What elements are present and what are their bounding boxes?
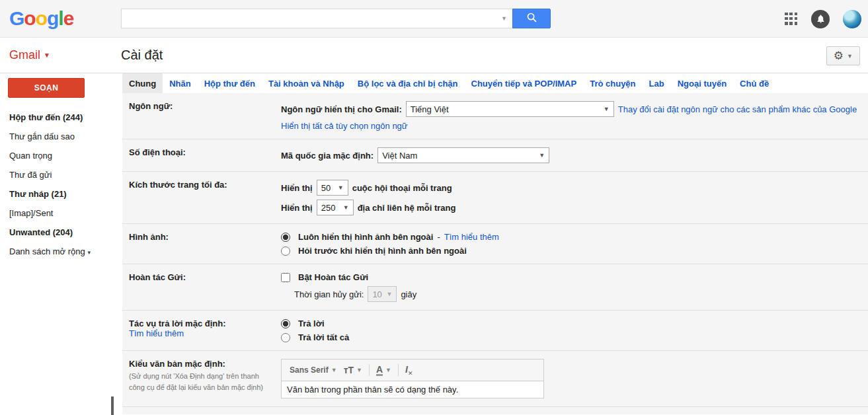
- sidebar-item-more-labels[interactable]: Danh sách mở rộng ▾: [0, 242, 122, 261]
- change-language-products-link[interactable]: Thay đổi cài đặt ngôn ngữ cho các sản ph…: [618, 104, 857, 114]
- search-input[interactable]: [122, 10, 501, 27]
- setting-label: Ngôn ngữ:: [129, 101, 281, 131]
- setting-row-phone: Số điện thoại: Mã quốc gia mặc định: Việ…: [122, 139, 868, 172]
- text-color-icon: A: [376, 365, 383, 376]
- select-value: Tiếng Việt: [411, 104, 449, 114]
- scrollbar-thumb[interactable]: [111, 396, 114, 415]
- images-ask-radio[interactable]: [281, 246, 290, 256]
- default-country-code-label: Mã quốc gia mặc định:: [281, 151, 374, 161]
- logo-letter: l: [58, 7, 63, 29]
- tab-labels[interactable]: Nhãn: [163, 73, 198, 93]
- setting-label: Hoàn tác Gửi:: [129, 272, 281, 302]
- reply-label: Trả lời: [298, 319, 325, 328]
- apps-grid-icon[interactable]: [785, 13, 798, 26]
- chevron-down-icon: ▼: [331, 367, 337, 373]
- chevron-down-icon: ▾: [87, 249, 91, 256]
- reply-radio[interactable]: [281, 319, 290, 328]
- sidebar-item-sent[interactable]: Thư đã gửi: [0, 165, 122, 184]
- setting-row-text-style: Kiểu văn bản mặc định: (Sử dụng nút 'Xóa…: [122, 351, 868, 407]
- sidebar-item-starred[interactable]: Thư gắn dấu sao: [0, 127, 122, 146]
- notifications-bell-icon[interactable]: [811, 10, 830, 28]
- setting-row-images: Hình ảnh: Luôn hiển thị hình ảnh bên ngo…: [122, 224, 868, 264]
- font-family-dropdown[interactable]: Sans Serif ▼: [290, 365, 337, 375]
- contacts-per-page-select[interactable]: 250 ▼: [317, 200, 354, 215]
- display-language-select[interactable]: Tiếng Việt ▼: [406, 101, 614, 117]
- logo-letter: g: [47, 7, 58, 29]
- text-style-toolbar: Sans Serif ▼ тT ▼ A ▼: [281, 359, 544, 381]
- chevron-down-icon: ▼: [338, 184, 344, 191]
- reply-all-label: Trả lời tất cả: [298, 332, 349, 342]
- gear-icon: ⚙: [834, 50, 844, 61]
- reply-learn-more-link[interactable]: Tìm hiểu thêm: [129, 328, 184, 338]
- settings-tabs: Chung Nhãn Hộp thư đến Tài khoản và Nhập…: [122, 73, 868, 93]
- tab-general[interactable]: Chung: [122, 73, 163, 93]
- cancellation-period-select: 10 ▼: [368, 286, 397, 302]
- conversations-per-page-select[interactable]: 50 ▼: [317, 180, 348, 196]
- logo-letter: o: [36, 7, 47, 29]
- compose-button[interactable]: SOẠN: [8, 78, 85, 98]
- setting-note: (Sử dụng nút 'Xóa Định dạng' trên thanh …: [129, 371, 273, 393]
- tab-chat[interactable]: Trò chuyện: [583, 73, 642, 93]
- logo-letter: o: [24, 7, 35, 29]
- setting-label: Hình ảnh:: [129, 232, 281, 256]
- sidebar-item-drafts[interactable]: Thư nháp (21): [0, 184, 122, 204]
- chevron-down-icon: ▼: [356, 367, 362, 373]
- search-button[interactable]: [512, 9, 551, 28]
- undo-send-checkbox[interactable]: [281, 273, 290, 282]
- tab-offline[interactable]: Ngoại tuyến: [671, 73, 733, 93]
- display-language-label: Ngôn ngữ hiển thị cho Gmail:: [281, 104, 402, 114]
- logo-letter: e: [63, 7, 74, 29]
- tab-themes[interactable]: Chủ đề: [733, 73, 775, 93]
- toolbar-separator: [398, 364, 399, 376]
- settings-gear-button[interactable]: ⚙ ▼: [826, 46, 860, 65]
- text-style-preview: Văn bản trong phần thân sẽ có dạng thế n…: [281, 381, 544, 398]
- search-icon: [526, 12, 537, 25]
- sidebar-item-unwanted[interactable]: Unwanted (204): [0, 223, 122, 242]
- search-box: ▼: [121, 9, 512, 28]
- top-bar: Google ▼: [0, 0, 868, 38]
- logo-letter: G: [9, 7, 24, 29]
- font-family-value: Sans Serif: [290, 365, 329, 375]
- google-logo[interactable]: Google: [0, 7, 121, 30]
- seconds-label: giây: [401, 289, 416, 299]
- images-learn-more-link[interactable]: Tìm hiểu thêm: [444, 232, 499, 242]
- cancellation-period-label: Thời gian hủy gửi:: [294, 289, 364, 299]
- reply-all-radio[interactable]: [281, 333, 290, 342]
- chevron-down-icon: ▼: [604, 106, 610, 112]
- setting-label: Số điện thoại:: [129, 147, 281, 163]
- gmail-app-menu[interactable]: Gmail ▼: [0, 48, 121, 62]
- setting-row-conversation-view: Chế độ xem cuộc hội thoại: (nhóm các thư…: [122, 407, 868, 415]
- setting-label-text: Tác vụ trả lời mặc định:: [129, 319, 273, 328]
- select-value: Việt Nam: [382, 151, 417, 161]
- tab-forwarding-pop-imap[interactable]: Chuyển tiếp và POP/IMAP: [465, 73, 584, 93]
- font-size-dropdown[interactable]: тT ▼: [344, 365, 362, 375]
- chevron-down-icon: ▼: [847, 53, 853, 59]
- avatar[interactable]: [843, 10, 861, 28]
- sidebar-item-important[interactable]: Quan trọng: [0, 146, 122, 165]
- settings-content: Chung Nhãn Hộp thư đến Tài khoản và Nhập…: [122, 73, 868, 414]
- app-header: Gmail ▼ Cài đặt ⚙ ▼: [0, 38, 868, 73]
- tab-filters-blocked[interactable]: Bộ lọc và địa chỉ bị chặn: [351, 73, 465, 93]
- chevron-down-icon: ▼: [539, 152, 545, 159]
- page-title: Cài đặt: [121, 48, 163, 63]
- chevron-down-icon: ▼: [385, 367, 391, 373]
- select-value: 250: [321, 203, 336, 213]
- images-always-radio[interactable]: [281, 233, 290, 242]
- default-country-code-select[interactable]: Việt Nam ▼: [377, 147, 549, 163]
- images-ask-label: Hỏi trước khi hiển thị hình ảnh bên ngoà…: [298, 246, 467, 256]
- gmail-label: Gmail: [9, 48, 40, 61]
- setting-label-text: Kiểu văn bản mặc định:: [129, 359, 273, 369]
- setting-row-page-size: Kích thước trang tối đa: Hiển thị 50 ▼ c…: [122, 172, 868, 224]
- sidebar-item-inbox[interactable]: Hộp thư đến (244): [0, 108, 122, 127]
- tab-inbox[interactable]: Hộp thư đến: [198, 73, 262, 93]
- text-color-dropdown[interactable]: A ▼: [376, 365, 391, 376]
- chevron-down-icon: ▼: [343, 204, 349, 211]
- setting-label: Kiểu văn bản mặc định: (Sử dụng nút 'Xóa…: [129, 359, 281, 398]
- search-options-chevron-icon[interactable]: ▼: [501, 15, 512, 22]
- tab-accounts-import[interactable]: Tài khoản và Nhập: [262, 73, 351, 93]
- tab-labs[interactable]: Lab: [643, 73, 671, 93]
- remove-formatting-button[interactable]: I✕: [405, 364, 413, 377]
- show-all-language-options-link[interactable]: Hiển thị tất cả tùy chọn ngôn ngữ: [281, 121, 408, 131]
- sidebar-item-imap-sent[interactable]: [Imap]/Sent: [0, 204, 122, 223]
- separator: -: [437, 232, 440, 242]
